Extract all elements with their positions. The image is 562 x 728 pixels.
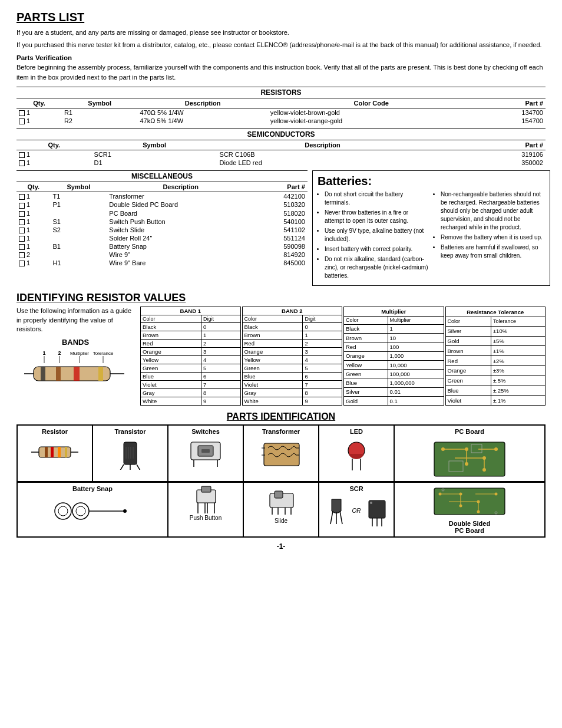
misc-p1-part: 510320	[254, 200, 308, 209]
svg-point-54	[482, 468, 486, 472]
slide-switch-sublabel: Slide	[247, 518, 315, 524]
battery-bullet-6: Non-rechargeable batteries should not be…	[441, 190, 545, 232]
misc-b1-part: 590098	[254, 242, 308, 251]
resistors-col-qty: Qty.	[16, 98, 62, 108]
band2-header: BAND 2	[242, 307, 342, 315]
battery-bullet-4: Insert battery with correct polarity.	[325, 245, 429, 253]
transformer-cell: Transformer	[243, 425, 319, 482]
svg-point-58	[58, 506, 68, 516]
svg-point-59	[72, 503, 89, 519]
resistor-right-panel: BAND 1 ColorDigit Black0 Brown1 Red2 Ora…	[140, 307, 546, 406]
misc-h1-desc: Wire 9" Bare	[107, 259, 254, 267]
resistors-r1-qty: 1	[27, 109, 30, 116]
semi-col-symbol: Symbol	[92, 140, 217, 150]
svg-point-94	[477, 510, 480, 513]
resistor-cell: Resistor	[17, 425, 92, 482]
resistors-col-part: Part #	[475, 98, 546, 108]
svg-rect-64	[201, 486, 211, 492]
misc-col-symbol: Symbol	[50, 182, 107, 192]
semi-scr1-desc: SCR C106B	[217, 150, 428, 159]
checkbox-h1[interactable]	[19, 261, 25, 266]
svg-point-53	[494, 447, 498, 451]
resistors-col-desc: Description	[137, 98, 267, 108]
checkbox-p1[interactable]	[19, 203, 25, 209]
resistor-label: Resistor	[21, 428, 88, 435]
battery-bullet-5: Do not mix alkaline, standard (carbon-zi…	[325, 255, 429, 280]
scr-label: SCR	[323, 485, 390, 492]
misc-s1-part: 540100	[254, 218, 308, 226]
misc-t1-sym: T1	[50, 192, 107, 201]
misc-table: MISCELLANEOUS Qty. Symbol Description Pa…	[16, 170, 308, 267]
battery-bullet-2: Never throw batteries in a fire or attem…	[325, 209, 429, 225]
svg-rect-22	[124, 442, 137, 465]
checkbox-d1[interactable]	[19, 160, 25, 166]
parts-id-top-row: Resistor Transistor	[17, 425, 545, 482]
scr-icon	[326, 495, 346, 527]
svg-rect-19	[58, 447, 61, 457]
svg-line-25	[137, 465, 140, 470]
resistors-r1-color: yellow-violet-brown-gold	[268, 108, 475, 117]
semi-scr1-part: 319106	[428, 150, 546, 159]
scr-alt-icon	[366, 495, 387, 527]
misc-col-part: Part #	[254, 182, 308, 192]
checkbox-r2[interactable]	[19, 118, 25, 124]
battery-snap-cell: Battery Snap	[17, 482, 168, 537]
misc-wire9-desc: Wire 9"	[107, 251, 254, 259]
transistor-icon	[114, 437, 147, 470]
band-tables: BAND 1 ColorDigit Black0 Brown1 Red2 Ora…	[140, 307, 546, 406]
misc-b1-desc: Battery Snap	[107, 242, 254, 251]
semi-scr1-symbol: SCR1	[92, 150, 217, 159]
svg-rect-17	[45, 447, 48, 457]
double-sided-pcboard-icon	[431, 485, 508, 518]
semi-d1-symbol: D1	[92, 159, 217, 167]
checkbox-s1[interactable]	[19, 219, 25, 225]
multiplier-table: Multiplier ColorMultiplier Black1 Brown1…	[343, 307, 444, 406]
parts-id-title: PARTS IDENTIFICATION	[16, 411, 546, 422]
batteries-col2: Non-rechargeable batteries should not be…	[434, 190, 545, 282]
checkbox-solder[interactable]	[19, 236, 25, 242]
checkbox-pcboard[interactable]	[19, 211, 25, 217]
svg-point-52	[482, 456, 486, 460]
svg-rect-13	[98, 367, 103, 381]
parts-verification-text: Before beginning the assembly process, f…	[16, 62, 546, 82]
battery-bullet-3: Use only 9V type, alkaline battery (not …	[325, 227, 429, 243]
slide-switch-cell: Slide	[243, 482, 319, 537]
misc-h1-part: 845000	[254, 259, 308, 267]
svg-point-50	[465, 447, 468, 451]
or-label: OR	[352, 508, 361, 514]
svg-point-62	[123, 509, 127, 513]
double-sided-label: Double SidedPC Board	[398, 520, 541, 534]
svg-rect-20	[65, 447, 67, 457]
semi-d1-part: 350002	[428, 159, 546, 167]
parts-id-container: Resistor Transistor	[16, 424, 546, 538]
misc-t1-part: 442100	[254, 192, 308, 201]
semi-d1-desc: Diode LED red	[217, 159, 428, 167]
double-sided-pcboard-cell: Double SidedPC Board	[394, 482, 545, 537]
svg-rect-11	[56, 367, 61, 381]
checkbox-wire9[interactable]	[19, 252, 25, 258]
led-icon	[342, 437, 371, 473]
resistors-col-color: Color Code	[268, 98, 475, 108]
checkbox-scr1[interactable]	[19, 152, 25, 158]
resistor-diagram: 1 2 Multiplier Tolerance	[16, 348, 134, 396]
pcboard-icon	[431, 437, 508, 479]
semiconductors-section-header: SEMICONDUCTORS	[16, 129, 546, 140]
resistors-r2-color: yellow-violet-orange-gold	[268, 117, 475, 125]
svg-rect-70	[275, 491, 283, 498]
multiplier-header: Multiplier	[344, 307, 444, 316]
checkbox-t1[interactable]	[19, 194, 25, 200]
svg-text:1: 1	[42, 350, 45, 356]
band1-black: Black	[141, 323, 201, 331]
checkbox-s2[interactable]	[19, 228, 25, 233]
misc-s2-part: 541102	[254, 226, 308, 234]
checkbox-b1[interactable]	[19, 244, 25, 250]
pcboard-cell: PC Board	[394, 425, 545, 482]
checkbox-r1[interactable]	[19, 110, 25, 116]
svg-point-57	[55, 503, 71, 519]
switch-pushbutton-icon	[185, 437, 226, 470]
svg-text:Tolerance: Tolerance	[93, 351, 114, 356]
band1-table: BAND 1 ColorDigit Black0 Brown1 Red2 Ora…	[140, 307, 241, 406]
semi-col-desc: Description	[217, 140, 428, 150]
batteries-col1: Do not short circuit the battery termina…	[318, 190, 429, 282]
batteries-columns: Do not short circuit the battery termina…	[318, 190, 545, 282]
